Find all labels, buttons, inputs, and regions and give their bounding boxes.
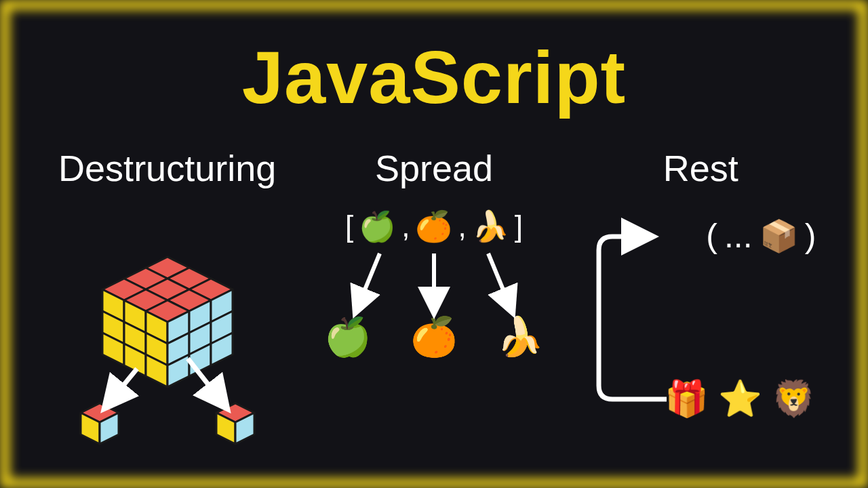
arrow-icon <box>305 247 563 328</box>
column-destructuring: Destructuring <box>34 147 300 488</box>
column-label: Spread <box>375 147 493 189</box>
bracket-close: ] <box>515 209 523 243</box>
column-rest: Rest ( ... 📦 ) <box>568 147 834 488</box>
svg-line-37 <box>488 253 512 311</box>
svg-line-35 <box>356 253 380 311</box>
comma: , <box>458 209 466 243</box>
banana-icon: 🍌 <box>472 211 509 241</box>
apple-icon: 🍏 <box>359 211 396 241</box>
column-label: Destructuring <box>58 147 276 189</box>
lion-icon: 🦁 <box>772 378 816 420</box>
rest-args: 🎁 ⭐ 🦁 <box>665 378 816 420</box>
page: JavaScript Destructuring <box>0 0 868 488</box>
spread-illustration: [ 🍏 , 🍊 , 🍌 ] <box>300 209 567 488</box>
columns: Destructuring <box>34 147 834 488</box>
arrow-icon <box>59 209 276 453</box>
gift-icon: 🎁 <box>665 378 709 420</box>
array-literal: [ 🍏 , 🍊 , 🍌 ] <box>305 209 563 243</box>
rest-illustration: ( ... 📦 ) 🎁 <box>568 209 834 488</box>
destructuring-illustration <box>34 209 300 488</box>
column-label: Rest <box>663 147 738 189</box>
page-title: JavaScript <box>34 34 834 120</box>
bracket-open: [ <box>345 209 353 243</box>
comma: , <box>401 209 410 243</box>
star-icon: ⭐ <box>718 378 762 420</box>
svg-line-33 <box>106 369 137 406</box>
orange-icon: 🍊 <box>415 211 452 241</box>
column-spread: Spread [ 🍏 , 🍊 , 🍌 ] <box>300 147 567 488</box>
svg-line-34 <box>188 359 225 406</box>
